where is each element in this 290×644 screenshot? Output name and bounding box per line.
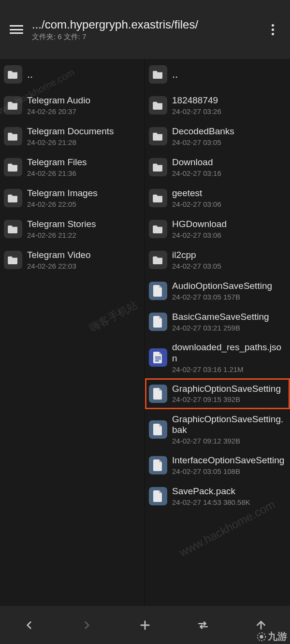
file-meta: SavePack.pack24-02-27 14:53 380.58K [172, 486, 285, 506]
back-button[interactable] [0, 606, 58, 644]
file-row[interactable]: Telegram Documents24-02-26 21:28 [0, 121, 145, 152]
file-meta: InterfaceOptionSaveSetting24-02-27 03:05… [172, 455, 285, 475]
file-icon [149, 456, 167, 474]
file-subtext: 24-02-27 09:12 392B [172, 437, 285, 445]
file-row[interactable]: AudioOptionSaveSetting24-02-27 03:05 157… [145, 275, 290, 306]
file-meta: Telegram Files24-02-26 21:36 [27, 157, 140, 177]
folder-icon [149, 127, 167, 145]
file-name: SavePack.pack [172, 486, 285, 497]
right-panel[interactable]: ..18248874924-02-27 03:26DecodedBanks24-… [145, 59, 290, 606]
file-row[interactable]: GraphicOptionSaveSetting.bak24-02-27 09:… [145, 409, 290, 450]
folder-icon [4, 158, 22, 176]
file-row[interactable]: Download24-02-27 03:16 [145, 152, 290, 183]
file-meta: GraphicOptionSaveSetting.bak24-02-27 09:… [172, 414, 285, 445]
title-block: .../com.hypergryph.exastris/files/ 文件夹: … [32, 18, 261, 42]
file-subtext: 24-02-27 14:53 380.58K [172, 498, 285, 506]
file-icon [149, 385, 167, 403]
file-subtext: 24-02-26 22:05 [27, 200, 140, 208]
dot-icon [272, 29, 274, 31]
file-icon [149, 487, 167, 505]
file-row[interactable]: SavePack.pack24-02-27 14:53 380.58K [145, 481, 290, 512]
dot-icon [272, 33, 274, 35]
file-name: InterfaceOptionSaveSetting [172, 455, 285, 466]
more-menu-button[interactable] [261, 16, 284, 43]
file-row[interactable]: DecodedBanks24-02-27 03:05 [145, 121, 290, 152]
up-button[interactable] [232, 606, 290, 644]
folder-icon [4, 96, 22, 114]
file-icon [149, 282, 167, 300]
file-row[interactable]: 18248874924-02-27 03:26 [145, 90, 290, 121]
path-title: .../com.hypergryph.exastris/files/ [32, 18, 261, 31]
swap-button[interactable] [174, 606, 232, 644]
folder-icon [149, 220, 167, 238]
file-meta: 18248874924-02-27 03:26 [172, 95, 285, 115]
file-row[interactable]: GraphicOptionSaveSetting24-02-27 09:15 3… [145, 378, 290, 409]
file-name: BasicGameSaveSetting [172, 312, 285, 323]
file-meta: geetest24-02-27 03:06 [172, 188, 285, 208]
forward-button[interactable] [58, 606, 116, 644]
file-name: Telegram Files [27, 157, 140, 168]
file-name: AudioOptionSaveSetting [172, 281, 285, 292]
file-row[interactable]: Telegram Stories24-02-26 21:22 [0, 214, 145, 244]
file-meta: .. [172, 69, 285, 80]
chevron-right-icon [81, 619, 93, 631]
file-meta: il2cpp24-02-27 03:05 [172, 250, 285, 270]
file-name: geetest [172, 188, 285, 199]
folder-icon [149, 251, 167, 269]
app-header: .../com.hypergryph.exastris/files/ 文件夹: … [0, 0, 290, 59]
file-row[interactable]: HGDownload24-02-27 03:06 [145, 214, 290, 244]
file-meta: .. [27, 69, 140, 80]
file-row[interactable]: Telegram Video24-02-26 22:03 [0, 244, 145, 275]
file-icon [149, 348, 167, 367]
file-meta: Telegram Images24-02-26 22:05 [27, 188, 140, 208]
file-meta: Telegram Video24-02-26 22:03 [27, 250, 140, 270]
file-name: 182488749 [172, 95, 285, 106]
file-meta: DecodedBanks24-02-27 03:05 [172, 126, 285, 146]
file-meta: Telegram Documents24-02-26 21:28 [27, 126, 140, 146]
file-name: DecodedBanks [172, 126, 285, 137]
folder-icon [149, 96, 167, 114]
file-row[interactable]: Telegram Audio24-02-26 20:37 [0, 90, 145, 121]
file-meta: Telegram Stories24-02-26 21:22 [27, 219, 140, 239]
file-icon [149, 313, 167, 331]
file-subtext: 24-02-26 20:37 [27, 107, 140, 115]
file-row[interactable]: .. [145, 59, 290, 90]
folder-icon [149, 189, 167, 207]
file-row[interactable]: Telegram Images24-02-26 22:05 [0, 183, 145, 214]
file-meta: Telegram Audio24-02-26 20:37 [27, 95, 140, 115]
file-row[interactable]: Telegram Files24-02-26 21:36 [0, 152, 145, 183]
folder-icon [4, 65, 22, 84]
menu-button[interactable] [3, 16, 30, 43]
file-subtext: 24-02-26 21:22 [27, 231, 140, 239]
bottom-toolbar [0, 606, 290, 644]
path-subtitle: 文件夹: 6 文件: 7 [32, 32, 261, 42]
file-meta: BasicGameSaveSetting24-02-27 03:21 259B [172, 312, 285, 332]
file-name: .. [27, 69, 140, 80]
file-meta: HGDownload24-02-27 03:06 [172, 219, 285, 239]
svg-rect-1 [155, 358, 161, 359]
file-row[interactable]: il2cpp24-02-27 03:05 [145, 244, 290, 275]
svg-rect-0 [155, 357, 161, 358]
file-subtext: 24-02-27 03:05 [172, 262, 285, 270]
file-row[interactable]: downloaded_res_paths.json24-02-27 03:16 … [145, 337, 290, 378]
file-name: Telegram Documents [27, 126, 140, 137]
file-subtext: 24-02-27 03:16 [172, 169, 285, 177]
file-name: downloaded_res_paths.json [172, 342, 285, 364]
file-meta: AudioOptionSaveSetting24-02-27 03:05 157… [172, 281, 285, 301]
file-name: GraphicOptionSaveSetting [172, 384, 285, 395]
folder-icon [149, 158, 167, 176]
dot-icon [272, 24, 274, 27]
file-row[interactable]: BasicGameSaveSetting24-02-27 03:21 259B [145, 306, 290, 337]
file-name: il2cpp [172, 250, 285, 261]
left-panel[interactable]: ..Telegram Audio24-02-26 20:37Telegram D… [0, 59, 145, 606]
file-row[interactable]: geetest24-02-27 03:06 [145, 183, 290, 214]
file-row[interactable]: InterfaceOptionSaveSetting24-02-27 03:05… [145, 450, 290, 481]
add-button[interactable] [116, 606, 174, 644]
file-row[interactable]: .. [0, 59, 145, 90]
arrow-up-icon [255, 619, 267, 631]
file-panels: ..Telegram Audio24-02-26 20:37Telegram D… [0, 59, 290, 606]
file-subtext: 24-02-27 03:16 1.21M [172, 365, 285, 373]
chevron-left-icon [23, 619, 35, 631]
file-meta: Download24-02-27 03:16 [172, 157, 285, 177]
file-subtext: 24-02-27 03:21 259B [172, 324, 285, 332]
